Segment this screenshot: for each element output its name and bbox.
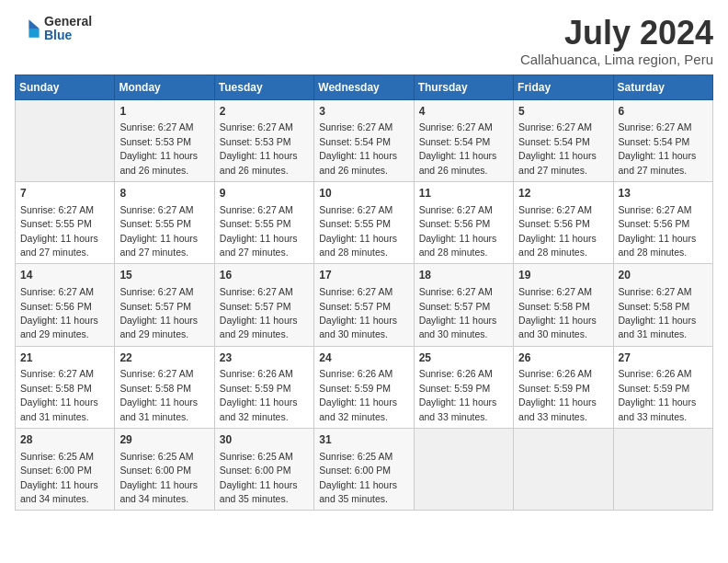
day-number: 12	[518, 186, 608, 201]
day-number: 1	[119, 104, 209, 120]
cell-5-6	[514, 429, 613, 511]
cell-2-5: 11Sunrise: 6:27 AM Sunset: 5:56 PM Dayli…	[414, 181, 513, 263]
day-info: Sunrise: 6:27 AM Sunset: 5:54 PM Dayligh…	[419, 121, 497, 175]
header-saturday: Saturday	[613, 75, 712, 99]
day-number: 17	[319, 268, 408, 283]
day-info: Sunrise: 6:25 AM Sunset: 6:00 PM Dayligh…	[319, 451, 397, 504]
day-number: 21	[20, 350, 109, 366]
cell-4-2: 22Sunrise: 6:27 AM Sunset: 5:58 PM Dayli…	[115, 346, 214, 428]
cell-3-2: 15Sunrise: 6:27 AM Sunset: 5:57 PM Dayli…	[115, 264, 214, 346]
day-number: 15	[119, 268, 209, 283]
cell-2-4: 10Sunrise: 6:27 AM Sunset: 5:55 PM Dayli…	[314, 181, 414, 263]
day-info: Sunrise: 6:26 AM Sunset: 5:59 PM Dayligh…	[220, 368, 298, 421]
logo: General Blue	[15, 15, 92, 43]
day-info: Sunrise: 6:27 AM Sunset: 5:56 PM Dayligh…	[20, 286, 98, 339]
cell-5-7	[613, 429, 712, 511]
day-info: Sunrise: 6:25 AM Sunset: 6:00 PM Dayligh…	[119, 451, 198, 504]
day-number: 24	[319, 350, 408, 366]
logo-blue-text: Blue	[44, 29, 92, 42]
cell-3-6: 19Sunrise: 6:27 AM Sunset: 5:58 PM Dayli…	[514, 264, 613, 346]
cell-1-4: 3Sunrise: 6:27 AM Sunset: 5:54 PM Daylig…	[314, 99, 414, 181]
cell-4-7: 27Sunrise: 6:26 AM Sunset: 5:59 PM Dayli…	[613, 346, 712, 428]
week-row-5: 28Sunrise: 6:25 AM Sunset: 6:00 PM Dayli…	[16, 429, 713, 511]
week-row-4: 21Sunrise: 6:27 AM Sunset: 5:58 PM Dayli…	[16, 346, 713, 428]
day-number: 9	[220, 186, 309, 201]
day-info: Sunrise: 6:27 AM Sunset: 5:55 PM Dayligh…	[119, 204, 198, 258]
day-info: Sunrise: 6:27 AM Sunset: 5:57 PM Dayligh…	[419, 286, 497, 339]
header-wednesday: Wednesday	[314, 75, 414, 99]
day-number: 3	[319, 104, 408, 120]
day-info: Sunrise: 6:27 AM Sunset: 5:53 PM Dayligh…	[220, 121, 298, 175]
day-info: Sunrise: 6:27 AM Sunset: 5:54 PM Dayligh…	[319, 121, 397, 175]
cell-2-2: 8Sunrise: 6:27 AM Sunset: 5:55 PM Daylig…	[115, 181, 214, 263]
cell-3-4: 17Sunrise: 6:27 AM Sunset: 5:57 PM Dayli…	[314, 264, 414, 346]
cell-1-7: 6Sunrise: 6:27 AM Sunset: 5:54 PM Daylig…	[613, 99, 712, 181]
week-row-2: 7Sunrise: 6:27 AM Sunset: 5:55 PM Daylig…	[16, 181, 713, 263]
day-info: Sunrise: 6:27 AM Sunset: 5:54 PM Dayligh…	[619, 121, 697, 175]
title-block: July 2024 Callahuanca, Lima region, Peru	[520, 15, 713, 67]
cell-2-1: 7Sunrise: 6:27 AM Sunset: 5:55 PM Daylig…	[16, 181, 115, 263]
day-info: Sunrise: 6:27 AM Sunset: 5:57 PM Dayligh…	[119, 286, 198, 339]
cell-5-3: 30Sunrise: 6:25 AM Sunset: 6:00 PM Dayli…	[214, 429, 313, 511]
day-number: 18	[419, 268, 508, 283]
cell-4-5: 25Sunrise: 6:26 AM Sunset: 5:59 PM Dayli…	[414, 346, 513, 428]
day-number: 16	[220, 268, 309, 283]
day-info: Sunrise: 6:27 AM Sunset: 5:58 PM Dayligh…	[119, 368, 198, 421]
day-info: Sunrise: 6:26 AM Sunset: 5:59 PM Dayligh…	[419, 368, 497, 421]
cell-1-5: 4Sunrise: 6:27 AM Sunset: 5:54 PM Daylig…	[414, 99, 513, 181]
day-number: 6	[619, 104, 708, 120]
day-number: 26	[518, 350, 608, 366]
cell-5-2: 29Sunrise: 6:25 AM Sunset: 6:00 PM Dayli…	[115, 429, 214, 511]
cell-5-1: 28Sunrise: 6:25 AM Sunset: 6:00 PM Dayli…	[16, 429, 115, 511]
day-info: Sunrise: 6:27 AM Sunset: 5:56 PM Dayligh…	[619, 204, 697, 258]
day-number: 19	[518, 268, 608, 283]
day-info: Sunrise: 6:27 AM Sunset: 5:57 PM Dayligh…	[319, 286, 397, 339]
cell-1-6: 5Sunrise: 6:27 AM Sunset: 5:54 PM Daylig…	[514, 99, 613, 181]
day-info: Sunrise: 6:27 AM Sunset: 5:58 PM Dayligh…	[20, 368, 98, 421]
day-number: 29	[119, 432, 209, 448]
day-number: 20	[619, 268, 708, 283]
header-thursday: Thursday	[414, 75, 513, 99]
cell-4-3: 23Sunrise: 6:26 AM Sunset: 5:59 PM Dayli…	[214, 346, 313, 428]
day-info: Sunrise: 6:27 AM Sunset: 5:56 PM Dayligh…	[518, 204, 597, 258]
day-info: Sunrise: 6:26 AM Sunset: 5:59 PM Dayligh…	[518, 368, 597, 421]
cell-1-1	[16, 99, 115, 181]
cell-2-7: 13Sunrise: 6:27 AM Sunset: 5:56 PM Dayli…	[613, 181, 712, 263]
day-number: 2	[220, 104, 309, 120]
cell-2-3: 9Sunrise: 6:27 AM Sunset: 5:55 PM Daylig…	[214, 181, 313, 263]
cell-4-1: 21Sunrise: 6:27 AM Sunset: 5:58 PM Dayli…	[16, 346, 115, 428]
day-number: 8	[119, 186, 209, 201]
logo-icon	[15, 16, 40, 41]
svg-marker-1	[28, 29, 39, 38]
day-info: Sunrise: 6:25 AM Sunset: 6:00 PM Dayligh…	[20, 451, 98, 504]
week-row-1: 1Sunrise: 6:27 AM Sunset: 5:53 PM Daylig…	[16, 99, 713, 181]
day-info: Sunrise: 6:27 AM Sunset: 5:55 PM Dayligh…	[319, 204, 397, 258]
header-tuesday: Tuesday	[214, 75, 313, 99]
day-info: Sunrise: 6:27 AM Sunset: 5:55 PM Dayligh…	[20, 204, 98, 258]
day-number: 13	[619, 186, 708, 201]
day-info: Sunrise: 6:27 AM Sunset: 5:56 PM Dayligh…	[419, 204, 497, 258]
location-subtitle: Callahuanca, Lima region, Peru	[520, 52, 713, 67]
cell-3-7: 20Sunrise: 6:27 AM Sunset: 5:58 PM Dayli…	[613, 264, 712, 346]
cell-3-3: 16Sunrise: 6:27 AM Sunset: 5:57 PM Dayli…	[214, 264, 313, 346]
day-number: 27	[619, 350, 708, 366]
day-number: 31	[319, 432, 408, 448]
day-info: Sunrise: 6:27 AM Sunset: 5:58 PM Dayligh…	[518, 286, 597, 339]
day-number: 10	[319, 186, 408, 201]
day-number: 14	[20, 268, 109, 283]
day-info: Sunrise: 6:27 AM Sunset: 5:55 PM Dayligh…	[220, 204, 298, 258]
day-info: Sunrise: 6:27 AM Sunset: 5:54 PM Dayligh…	[518, 121, 597, 175]
day-number: 7	[20, 186, 109, 201]
cell-3-5: 18Sunrise: 6:27 AM Sunset: 5:57 PM Dayli…	[414, 264, 513, 346]
day-number: 5	[518, 104, 608, 120]
cell-2-6: 12Sunrise: 6:27 AM Sunset: 5:56 PM Dayli…	[514, 181, 613, 263]
day-number: 25	[419, 350, 508, 366]
day-number: 11	[419, 186, 508, 201]
header-friday: Friday	[514, 75, 613, 99]
day-number: 4	[419, 104, 508, 120]
cell-5-5	[414, 429, 513, 511]
cell-1-2: 1Sunrise: 6:27 AM Sunset: 5:53 PM Daylig…	[115, 99, 214, 181]
cell-4-6: 26Sunrise: 6:26 AM Sunset: 5:59 PM Dayli…	[514, 346, 613, 428]
month-year-title: July 2024	[520, 15, 713, 52]
logo-general-text: General	[44, 15, 92, 29]
